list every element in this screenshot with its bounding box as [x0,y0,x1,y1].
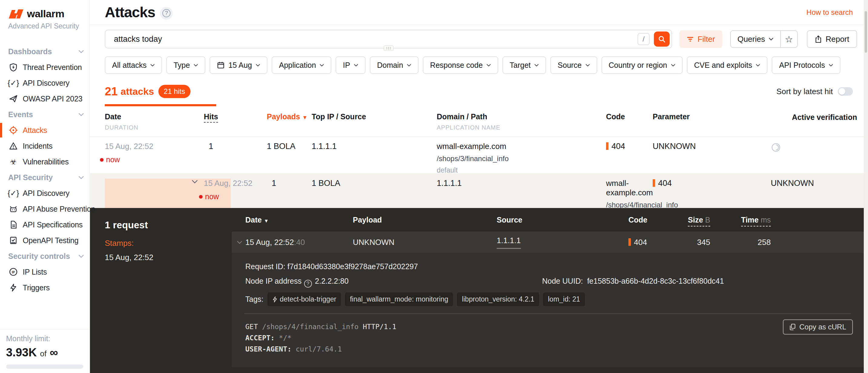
hits-badge: 21 hits [158,85,191,98]
active-verification-cell[interactable] [771,142,857,175]
column-hit-date[interactable]: Date ▼ [245,216,353,224]
chip-type[interactable]: Type [166,56,205,74]
chip-cve[interactable]: CVE and exploits [687,56,768,74]
sidebar-item-openapi-testing[interactable]: OpenAPI Testing [0,232,89,248]
sidebar-item-incidents[interactable]: Incidents [0,138,89,154]
live-dot [199,195,203,198]
sidebar-item-threat-prevention[interactable]: Threat Prevention [0,59,89,75]
node-uuid-line: Node UUID: fe15853b-a66b-4d2d-8c3c-13cf6… [542,276,724,286]
chip-application[interactable]: Application [272,56,331,74]
braces-check-icon: {✓} [8,78,19,88]
chip-domain[interactable]: Domain [370,56,418,74]
sidebar-item-attacks[interactable]: Attacks [0,122,89,138]
sidebar-item-triggers[interactable]: Triggers [0,280,89,296]
chevron-down-icon [192,180,198,184]
attack-hits: 1 [204,142,267,175]
page-scrollbar[interactable] [864,0,868,373]
search-resize-handle[interactable] [384,45,394,51]
attack-code: 404 [606,142,653,175]
export-icon [815,35,822,43]
star-icon: ☆ [785,34,793,44]
chip-response-code[interactable]: Response code [423,56,498,74]
brand-tagline: Advanced API Security [8,22,89,30]
sidebar-item-vulnerabilities[interactable]: ☣ Vulnerabilities [0,154,89,169]
search-button[interactable] [654,31,670,46]
queries-dropdown[interactable]: Queries [731,31,780,47]
chevron-down-icon [354,64,358,67]
user-agent-header-line: USER-AGENT: curl/7.64.1 [245,344,850,355]
attack-payloads: 1 BOLA [267,142,312,175]
attack-row-2-selected[interactable]: 15 Aug, 22:52 now 1 1 BOLA 1.1.1.1 wmall… [90,173,864,210]
attacks-table-header: Date DURATION Hits Payloads ▼ Top IP / S… [90,106,864,137]
node-line: Node IP address?2.2.2.2:80 Node UUID: fe… [245,276,850,288]
chevron-down-icon [193,64,198,67]
chip-source[interactable]: Source [550,56,597,74]
chip-country[interactable]: Country or region [601,56,683,74]
results-summary: 21 attacks 21 hits Sort by latest hit [105,85,853,98]
sidebar-section-api-security[interactable]: API Security [0,169,89,185]
sidebar-item-api-discovery-2[interactable]: {✓} API Discovery [0,185,89,201]
filter-button[interactable]: Filter [679,30,722,48]
request-id-value: f7d1840d63380e3f9278ae757d202297 [287,262,418,271]
chip-all-attacks[interactable]: All attacks [105,56,162,74]
sidebar-item-api-discovery[interactable]: {✓} API Discovery [0,75,89,91]
hit-source[interactable]: 1.1.1.1 [497,236,628,249]
search-input[interactable] [105,34,638,44]
copy-as-curl-button[interactable]: Copy as cURL [783,319,853,335]
stamps-label: Stamps: [105,239,232,248]
warning-triangle-icon [8,141,19,151]
column-hits[interactable]: Hits [204,112,267,131]
search-box: / [105,30,672,49]
sidebar-item-api-specifications[interactable]: API Specifications [0,217,89,232]
column-hit-source: Source [497,216,628,224]
help-icon[interactable]: ? [160,7,173,20]
tag-final-wallarm-mode[interactable]: final_wallarm_mode: monitoring [345,292,453,306]
chip-api-protocols[interactable]: API Protocols [772,56,840,74]
help-icon[interactable]: ? [304,280,312,288]
paper-plane-icon [8,94,19,104]
favorite-star-button[interactable]: ☆ [780,31,797,47]
sidebar-section-dashboards[interactable]: Dashboards [0,43,89,59]
attack-date: 15 Aug, 22:52 [105,142,204,151]
chip-target[interactable]: Target [502,56,546,74]
tag-libproton-version[interactable]: libproton_version: 4.2.1 [457,292,539,306]
sort-desc-icon: ▼ [302,115,308,121]
sidebar-item-ip-lists[interactable]: IP IP Lists [0,264,89,280]
attack-count: 21 [105,85,118,98]
details-summary: 1 request Stamps: 15 Aug, 22:52 [90,208,232,373]
biohazard-icon: ☣ [8,157,19,167]
column-payloads[interactable]: Payloads ▼ [267,112,312,131]
column-active-verification: Active verification [771,112,857,131]
tag-detect-bola-trigger[interactable]: detect-bola-trigger [268,292,341,306]
sort-label: Sort by latest hit [777,87,833,96]
sidebar-section-events[interactable]: Events [0,106,89,122]
scrollbar-thumb[interactable] [865,11,867,53]
queries-control: Queries ☆ [730,30,798,48]
target-icon [8,125,19,135]
column-hit-size[interactable]: Size B [674,216,710,224]
report-button[interactable]: Report [807,30,857,48]
sidebar-nav: Dashboards Threat Prevention {✓} API Dis… [0,43,89,296]
column-hit-time[interactable]: Time ms [710,216,771,224]
how-to-search-link[interactable]: How to search [807,8,853,17]
sidebar-item-api-abuse-prevention[interactable]: API Abuse Prevention [0,201,89,217]
sidebar-section-security-controls[interactable]: Security controls [0,248,89,264]
attack-parameter: UNKNOWN [653,142,771,175]
sidebar-item-owasp-api-2023[interactable]: OWASP API 2023 [0,91,89,106]
chevron-down-icon [319,64,324,67]
chip-date[interactable]: 15 Aug [210,56,268,74]
tag-lom-id[interactable]: lom_id: 21 [543,292,585,306]
search-icon [658,35,666,43]
braces-check-icon: {✓} [8,188,19,198]
hit-row[interactable]: 15 Aug, 22:52:40 UNKNOWN 1.1.1.1 404 345… [232,231,864,253]
attack-date: 15 Aug, 22:52 [204,179,267,188]
wallarm-logo-icon [8,9,24,19]
chip-ip[interactable]: IP [336,56,366,74]
attack-row-1[interactable]: 15 Aug, 22:52 now 1 1 BOLA 1.1.1.1 wmall… [90,137,864,173]
accept-header-line: ACCEPT: */* [245,333,850,344]
sort-toggle[interactable] [838,87,853,96]
status-code-bar [628,238,631,246]
raw-request-block: GET /shops/4/financial_info HTTP/1.1 ACC… [232,314,864,355]
requests-count: 1 request [105,219,232,231]
attack-top-ip[interactable]: 1.1.1.1 [312,142,437,175]
